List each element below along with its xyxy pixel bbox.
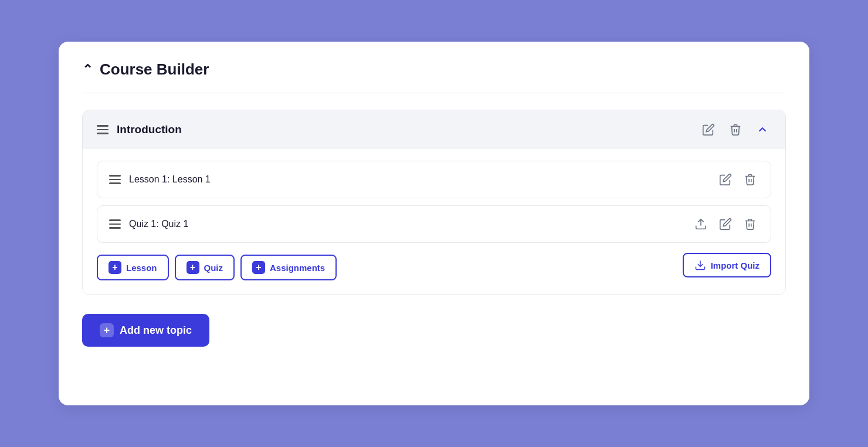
topic-title: Introduction: [117, 123, 182, 136]
edit-lesson-button[interactable]: [717, 171, 734, 188]
add-quiz-button[interactable]: + Quiz: [175, 255, 235, 280]
header-divider: [82, 93, 786, 93]
delete-lesson-button[interactable]: [741, 171, 759, 188]
lesson-row-right: [717, 171, 759, 188]
delete-quiz-button[interactable]: [741, 215, 759, 233]
add-assignments-button[interactable]: + Assignments: [240, 255, 337, 280]
drag-handle-icon[interactable]: [97, 125, 108, 134]
quiz-row-left: Quiz 1: Quiz 1: [109, 219, 188, 229]
import-quiz-button[interactable]: Import Quiz: [683, 253, 771, 277]
quiz-drag-handle-icon[interactable]: [109, 219, 121, 229]
lesson-plus-icon: +: [108, 261, 121, 274]
collapse-chevron-icon[interactable]: ⌃: [82, 62, 93, 77]
add-topic-label: Add new topic: [120, 324, 192, 337]
course-builder-card: ⌃ Course Builder Introduction: [59, 42, 809, 405]
add-assignments-label: Assignments: [270, 263, 325, 273]
topic-header-left: Introduction: [97, 123, 182, 136]
add-lesson-button[interactable]: + Lesson: [97, 255, 169, 280]
lesson-drag-handle-icon[interactable]: [109, 175, 121, 184]
topic-body: Lesson 1: Lesson 1: [83, 149, 785, 294]
quiz-row: Quiz 1: Quiz 1: [97, 205, 771, 243]
edit-quiz-button[interactable]: [717, 215, 734, 233]
edit-topic-button[interactable]: [700, 121, 717, 138]
lesson-title: Lesson 1: Lesson 1: [129, 174, 211, 185]
assignments-plus-icon: +: [252, 261, 265, 274]
page-title: Course Builder: [100, 60, 209, 79]
quiz-title: Quiz 1: Quiz 1: [129, 219, 188, 229]
import-icon: [694, 259, 706, 271]
topic-action-row: + Lesson + Quiz + Assignments: [97, 250, 771, 280]
delete-topic-button[interactable]: [727, 121, 744, 138]
topic-block: Introduction: [82, 110, 786, 295]
quiz-row-right: [692, 215, 759, 233]
lesson-row: Lesson 1: Lesson 1: [97, 161, 771, 198]
topic-header: Introduction: [83, 110, 785, 149]
add-topic-plus-icon: +: [100, 323, 114, 337]
add-content-buttons: + Lesson + Quiz + Assignments: [97, 255, 337, 280]
course-builder-header: ⌃ Course Builder: [82, 60, 786, 79]
upload-quiz-button[interactable]: [692, 215, 710, 233]
add-new-topic-button[interactable]: + Add new topic: [82, 314, 209, 347]
lesson-row-left: Lesson 1: Lesson 1: [109, 174, 211, 185]
collapse-topic-button[interactable]: [754, 121, 771, 138]
topic-header-right: [700, 121, 771, 138]
quiz-plus-icon: +: [187, 261, 199, 274]
add-quiz-label: Quiz: [204, 263, 223, 273]
add-lesson-label: Lesson: [126, 263, 157, 273]
import-quiz-label: Import Quiz: [711, 260, 760, 270]
